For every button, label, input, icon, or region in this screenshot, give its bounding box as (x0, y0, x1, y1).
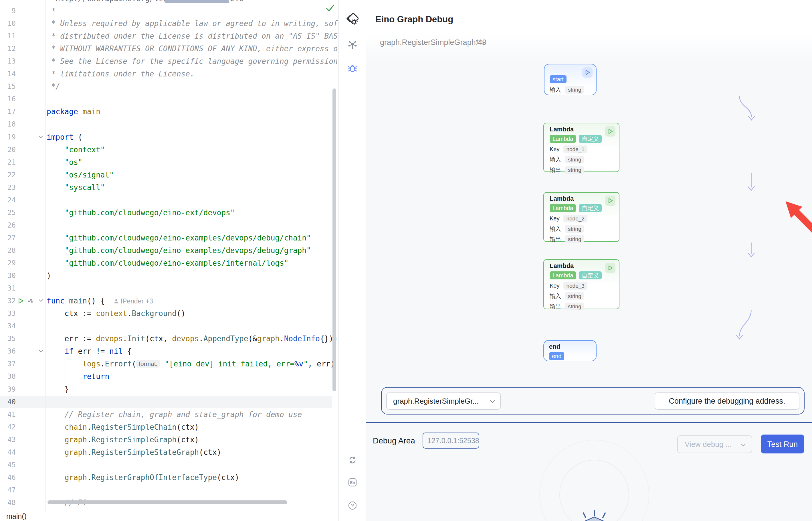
code-line-32[interactable]: 32func main() {IPender +3 (0, 295, 332, 307)
node-field-label: 输出 (550, 235, 561, 243)
code-line-40[interactable]: 40 (0, 395, 332, 408)
code-line-39[interactable]: 39 } (0, 383, 332, 395)
code-line-29[interactable]: 29 "github.com/cloudwego/eino-examples/i… (0, 257, 332, 269)
breadcrumb[interactable]: main() (0, 511, 338, 521)
line-number: 36 (0, 345, 16, 358)
graph-node-node_2[interactable]: LambdaLambda自定义Keynode_2输入string输出string (543, 192, 619, 242)
code-line-19[interactable]: 19import ( (0, 131, 332, 143)
run-main-button[interactable] (18, 298, 24, 304)
code-line-36[interactable]: 36 if err != nil { (0, 345, 332, 358)
line-number: 32 (0, 295, 16, 307)
code-text: ) (47, 269, 51, 282)
line-number: 10 (0, 17, 16, 30)
fold-chevron-icon[interactable] (38, 348, 44, 355)
code-line-25[interactable]: 25 "github.com/cloudwego/eino-ext/devops… (0, 206, 332, 219)
node-test-run-icon[interactable] (605, 263, 616, 273)
node-type-badge: start (550, 75, 567, 83)
node-test-run-icon[interactable] (605, 126, 616, 137)
code-line-37[interactable]: 37 logs.Errorf(format: "[eino dev] init … (0, 358, 332, 370)
code-editor[interactable]: 9 *10 * Unless required by applicable la… (0, 0, 338, 521)
debug-bug-icon[interactable] (339, 63, 366, 73)
code-line-26[interactable]: 26 (0, 219, 332, 232)
inspection-ok-icon (326, 3, 335, 13)
code-line-24[interactable]: 24 (0, 194, 332, 206)
code-line-14[interactable]: 14 * limitations under the License. (0, 68, 332, 80)
test-run-button[interactable]: Test Run (761, 434, 804, 453)
custom-badge: 自定义 (579, 271, 602, 279)
code-line-31[interactable]: 31 (0, 282, 332, 295)
code-text: "syscall" (47, 181, 105, 194)
code-line-45[interactable]: 45 (0, 459, 332, 471)
code-line-46[interactable]: 46 graph.RegisterGraphOfInterfaceType(ct… (0, 471, 332, 484)
view-debug-dropdown[interactable]: View debug ... (677, 435, 752, 453)
lambda-badge: Lambda (550, 204, 576, 212)
language-en-icon[interactable]: En (339, 478, 366, 486)
node-field-value: string (565, 302, 584, 310)
code-line-33[interactable]: 33 ctx := context.Background() (0, 307, 332, 320)
code-line-30[interactable]: 30) (0, 269, 332, 282)
horizontal-scrollbar[interactable] (47, 500, 287, 504)
eino-graph-debug-panel: En ? Eino Graph Debug graph.RegisterSimp… (339, 0, 812, 521)
help-icon[interactable]: ? (339, 501, 366, 510)
code-line-13[interactable]: 13 * See the License for the specific la… (0, 55, 332, 68)
code-line-18[interactable]: 18 (0, 118, 332, 131)
code-line-47[interactable]: 47 (0, 484, 332, 496)
line-number: 23 (0, 181, 16, 194)
profiler-icon[interactable] (27, 298, 34, 304)
code-line-28[interactable]: 28 "github.com/cloudwego/eino-examples/d… (0, 244, 332, 257)
graph-node-end[interactable]: endend (543, 340, 597, 361)
code-line-35[interactable]: 35 err := devops.Init(ctx, devops.Append… (0, 332, 332, 345)
line-number: 27 (0, 232, 16, 244)
debug-area-label: Debug Area (373, 436, 415, 446)
breadcrumb-main[interactable]: main() (6, 512, 27, 520)
code-line-17[interactable]: 17package main (0, 105, 332, 118)
code-line-41[interactable]: 41 // Register chain, graph and state_gr… (0, 408, 332, 421)
code-line-11[interactable]: 11 * distributed under the License is di… (0, 30, 332, 42)
graph-select-dropdown[interactable]: graph.RegisterSimpleGr... (386, 392, 501, 410)
code-line-22[interactable]: 22 "os/signal" (0, 168, 332, 181)
custom-badge: 自定义 (579, 204, 602, 212)
node-field-label: Key (550, 215, 559, 222)
debug-address-badge[interactable]: 127.0.0.1:52538 (423, 433, 479, 449)
graph-node-node_1[interactable]: LambdaLambda自定义Keynode_1输入string输出string (543, 123, 619, 172)
node-test-run-icon[interactable] (605, 196, 616, 206)
code-line-12[interactable]: 12 * WITHOUT WARRANTIES OR CONDITIONS OF… (0, 42, 332, 55)
vertical-scrollbar[interactable] (332, 88, 336, 391)
code-line-9[interactable]: 9 * (0, 5, 332, 17)
horizontal-scrollbar-top[interactable] (165, 0, 229, 3)
code-line-15[interactable]: 15 */ (0, 80, 332, 93)
code-text: graph.RegisterSimpleStateGraph(ctx) (47, 446, 221, 459)
fold-chevron-icon[interactable] (38, 298, 44, 304)
graph-view-icon[interactable] (339, 40, 366, 50)
debug-area-separator (365, 422, 812, 423)
lambda-badge: Lambda (550, 271, 576, 279)
sync-refresh-icon[interactable] (339, 456, 366, 464)
code-line-27[interactable]: 27 "github.com/cloudwego/eino-examples/d… (0, 232, 332, 244)
code-line-20[interactable]: 20 "context" (0, 143, 332, 156)
fold-chevron-icon[interactable] (38, 134, 44, 140)
code-vision-authors[interactable]: IPender +3 (114, 297, 153, 305)
code-line-10[interactable]: 10 * Unless required by applicable law o… (0, 17, 332, 30)
code-line-38[interactable]: 38 return (0, 370, 332, 383)
graph-node-node_3[interactable]: LambdaLambda自定义Keynode_3输入string输出string (543, 259, 619, 309)
code-text: chain.RegisterSimpleChain(ctx) (47, 421, 199, 433)
code-line-23[interactable]: 23 "syscall" (0, 181, 332, 194)
code-line-42[interactable]: 42 chain.RegisterSimpleChain(ctx) (0, 421, 332, 433)
sort-order-icon[interactable] (476, 38, 484, 47)
graph-node-start[interactable]: start输入string (544, 64, 597, 95)
code-line-34[interactable]: 34 (0, 320, 332, 332)
line-number: 37 (0, 358, 16, 370)
line-number: 17 (0, 105, 16, 118)
code-text: */ (47, 80, 60, 93)
code-text: "os" (47, 156, 82, 168)
tool-rail: En ? (339, 0, 366, 521)
code-line-21[interactable]: 21 "os" (0, 156, 332, 168)
node-test-run-icon[interactable] (582, 67, 593, 77)
line-number: 24 (0, 194, 16, 206)
code-text: func main() {IPender +3 (47, 295, 153, 308)
code-line-44[interactable]: 44 graph.RegisterSimpleStateGraph(ctx) (0, 446, 332, 459)
configure-debug-address-button[interactable]: Configure the debugging address. (654, 392, 799, 410)
code-text: * Unless required by applicable law or a… (47, 17, 338, 30)
code-line-16[interactable]: 16 (0, 93, 332, 105)
code-line-43[interactable]: 43 graph.RegisterSimpleGraph(ctx) (0, 433, 332, 446)
